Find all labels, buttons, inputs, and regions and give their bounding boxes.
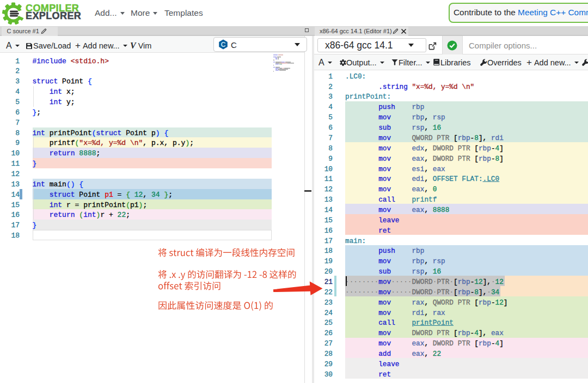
svg-text:C: C <box>220 41 225 48</box>
